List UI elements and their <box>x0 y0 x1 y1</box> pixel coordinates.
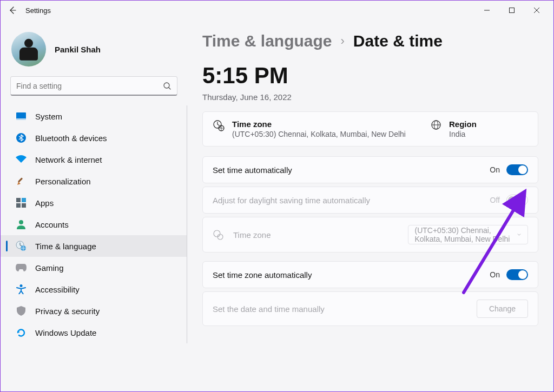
clock-globe-icon <box>213 119 225 134</box>
sidebar-item-bluetooth[interactable]: Bluetooth & devices <box>1 127 187 149</box>
dst-auto-toggle <box>506 195 528 205</box>
sidebar-label: System <box>35 112 62 121</box>
setting-set-tz-auto: Set time zone automatically On <box>202 261 538 288</box>
sidebar-label: Windows Update <box>35 328 96 337</box>
setting-label: Set time zone automatically <box>213 270 312 280</box>
setting-label: Set the date and time manually <box>213 304 325 314</box>
timezone-dropdown: (UTC+05:30) Chennai, Kolkata, Mumbai, Ne… <box>408 225 529 244</box>
gamepad-icon <box>16 262 27 273</box>
svg-rect-12 <box>22 198 26 202</box>
sidebar-label: Personalization <box>35 177 91 186</box>
svg-rect-11 <box>16 198 21 202</box>
sidebar-item-apps[interactable]: Apps <box>1 192 187 214</box>
maximize-button[interactable] <box>499 2 524 18</box>
breadcrumb-parent[interactable]: Time & language <box>202 32 332 50</box>
svg-rect-2 <box>510 8 515 13</box>
search-input[interactable] <box>16 82 163 90</box>
apps-icon <box>16 197 27 208</box>
sidebar-label: Privacy & security <box>35 307 100 316</box>
wifi-icon <box>16 154 27 165</box>
profile-name: Pankil Shah <box>55 45 101 54</box>
shield-icon <box>16 305 27 316</box>
timezone-value: (UTC+05:30) Chennai, Kolkata, Mumbai, Ne… <box>232 130 406 138</box>
search-icon <box>163 82 172 90</box>
sidebar-item-personalization[interactable]: Personalization <box>1 170 187 192</box>
window-controls <box>474 2 549 18</box>
sidebar-label: Apps <box>35 198 54 208</box>
timezone-label: Time zone <box>233 230 282 240</box>
svg-rect-14 <box>22 203 26 208</box>
setting-label: Set time automatically <box>213 165 292 175</box>
setting-set-time-auto: Set time automatically On <box>202 156 538 183</box>
sidebar-item-network[interactable]: Network & internet <box>1 149 187 170</box>
current-time: 5:15 PM <box>202 64 538 87</box>
close-icon <box>533 7 540 14</box>
sidebar-label: Accounts <box>35 220 69 229</box>
region-title: Region <box>449 119 477 129</box>
main-content: Time & language › Date & time 5:15 PM Th… <box>187 20 553 391</box>
change-button: Change <box>477 300 528 318</box>
update-icon <box>16 327 27 338</box>
close-button[interactable] <box>524 2 549 18</box>
toggle-state: Off <box>490 196 500 204</box>
sidebar-label: Time & language <box>35 242 96 251</box>
sidebar-item-accessibility[interactable]: Accessibility <box>1 278 187 300</box>
back-button[interactable] <box>5 3 20 18</box>
svg-point-15 <box>19 220 23 224</box>
region-value: India <box>449 130 477 138</box>
setting-label: Adjust for daylight saving time automati… <box>213 196 370 205</box>
svg-point-24 <box>214 230 220 237</box>
accessibility-icon <box>16 284 27 295</box>
avatar <box>11 32 46 67</box>
svg-rect-8 <box>16 118 26 120</box>
paintbrush-icon <box>16 176 27 187</box>
sidebar-item-gaming[interactable]: Gaming <box>1 257 187 278</box>
sidebar: Pankil Shah System Bluetooth & devices N… <box>1 20 187 391</box>
sidebar-item-windows-update[interactable]: Windows Update <box>1 322 187 343</box>
sidebar-label: Bluetooth & devices <box>35 134 107 143</box>
nav: System Bluetooth & devices Network & int… <box>1 105 187 343</box>
search-box[interactable] <box>10 76 177 96</box>
setting-dst-auto: Adjust for daylight saving time automati… <box>202 187 538 214</box>
clock-globe-icon <box>213 229 223 240</box>
window-title: Settings <box>25 6 51 15</box>
chevron-right-icon: › <box>341 34 345 48</box>
timezone-title: Time zone <box>232 119 406 129</box>
sidebar-label: Gaming <box>35 263 64 273</box>
breadcrumb: Time & language › Date & time <box>202 32 538 50</box>
sidebar-item-time-language[interactable]: Time & language <box>1 235 187 257</box>
clock-globe-icon <box>16 241 27 251</box>
globe-icon <box>431 119 441 132</box>
setting-manual: Set the date and time manually Change <box>202 291 538 326</box>
setting-timezone-select: Time zone (UTC+05:30) Chennai, Kolkata, … <box>202 217 538 253</box>
minimize-icon <box>484 7 490 14</box>
svg-rect-7 <box>16 112 26 119</box>
svg-line-6 <box>169 88 170 89</box>
sidebar-item-system[interactable]: System <box>1 105 187 127</box>
sidebar-label: Accessibility <box>35 285 80 294</box>
bluetooth-icon <box>16 132 27 143</box>
sidebar-item-privacy[interactable]: Privacy & security <box>1 300 187 322</box>
arrow-left-icon <box>8 6 17 15</box>
titlebar: Settings <box>1 1 553 20</box>
toggle-state: On <box>490 270 500 279</box>
minimize-button[interactable] <box>474 2 499 18</box>
profile-block[interactable]: Pankil Shah <box>1 28 187 76</box>
svg-point-5 <box>164 83 169 88</box>
sidebar-item-accounts[interactable]: Accounts <box>1 214 187 235</box>
set-time-auto-toggle[interactable] <box>506 164 528 175</box>
page-title: Date & time <box>353 32 443 50</box>
sidebar-label: Network & internet <box>35 155 102 164</box>
timezone-selected: (UTC+05:30) Chennai, Kolkata, Mumbai, Ne… <box>415 226 517 243</box>
monitor-icon <box>16 111 27 122</box>
summary-panel: Time zone (UTC+05:30) Chennai, Kolkata, … <box>202 111 538 147</box>
person-icon <box>16 219 27 230</box>
svg-rect-10 <box>18 177 23 182</box>
set-tz-auto-toggle[interactable] <box>506 269 528 280</box>
toggle-state: On <box>490 165 500 174</box>
svg-rect-13 <box>16 203 21 208</box>
chevron-down-icon <box>517 231 521 238</box>
maximize-icon <box>509 7 515 14</box>
svg-point-18 <box>20 284 23 287</box>
current-date: Thursday, June 16, 2022 <box>202 92 538 102</box>
